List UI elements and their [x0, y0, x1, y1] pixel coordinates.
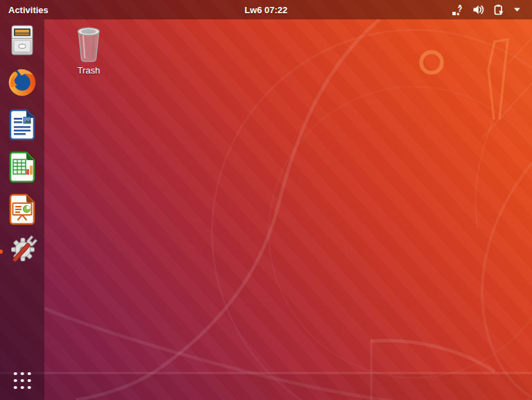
dock-item-libreoffice-impress[interactable]: [6, 193, 39, 226]
dock-item-firefox[interactable]: [6, 66, 39, 99]
dock-item-system-tools[interactable]: [6, 235, 39, 268]
system-tools-icon: [6, 235, 39, 268]
files-icon: [6, 24, 39, 57]
firefox-icon: [6, 66, 39, 99]
battery-charging-icon: [493, 4, 504, 15]
libreoffice-calc-icon: [6, 150, 39, 184]
dock-item-libreoffice-writer[interactable]: [6, 108, 39, 141]
trash-label: Trash: [78, 65, 100, 76]
desktop-icon-trash[interactable]: Trash: [65, 25, 112, 76]
svg-text:?: ?: [458, 5, 463, 13]
dock: [0, 19, 44, 400]
menu-chevron-icon: [513, 7, 521, 12]
activities-button[interactable]: Activities: [0, 0, 57, 19]
system-tray[interactable]: ?: [441, 0, 532, 19]
dock-item-libreoffice-calc[interactable]: [6, 150, 39, 184]
network-unknown-icon: ?: [452, 4, 463, 16]
libreoffice-impress-icon: [6, 193, 39, 226]
running-indicator-dot: [0, 250, 3, 254]
trash-icon: [73, 25, 104, 63]
show-applications-icon[interactable]: [14, 372, 31, 390]
libreoffice-writer-icon: [6, 108, 39, 141]
ubuntu-desktop: Activities Lw6 07:22 ?: [0, 0, 532, 400]
dock-item-files[interactable]: [6, 24, 39, 57]
volume-icon: [472, 4, 484, 15]
top-panel: Activities Lw6 07:22 ?: [0, 0, 532, 19]
